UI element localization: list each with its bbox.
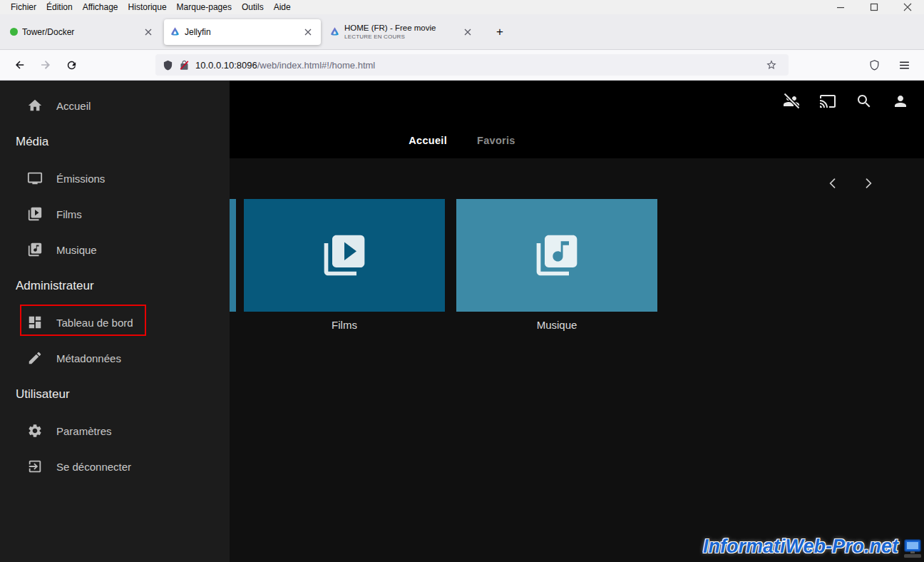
sidebar-item-label: Tableau de bord bbox=[56, 317, 133, 329]
chevron-right-icon bbox=[861, 176, 876, 190]
maximize-icon bbox=[870, 3, 878, 11]
video-library-icon bbox=[27, 206, 43, 222]
protections-shield-button[interactable] bbox=[862, 53, 886, 76]
sidebar-item-label: Musique bbox=[56, 244, 97, 256]
browser-tab-tower-docker[interactable]: Tower/Docker bbox=[4, 19, 161, 45]
back-button[interactable] bbox=[8, 53, 32, 76]
library-card-partial[interactable] bbox=[230, 199, 236, 312]
edit-icon bbox=[27, 350, 43, 366]
user-icon bbox=[892, 93, 909, 110]
informatiweb-logo-icon bbox=[903, 538, 923, 560]
sidebar-item-se-deconnecter[interactable]: Se déconnecter bbox=[0, 449, 230, 484]
menu-item-affichage[interactable]: Affichage bbox=[78, 2, 123, 12]
hamburger-icon bbox=[898, 59, 910, 71]
logout-icon bbox=[27, 459, 43, 474]
dashboard-icon bbox=[27, 315, 43, 330]
cast-icon bbox=[819, 93, 836, 110]
menu-item-historique[interactable]: Historique bbox=[123, 2, 172, 12]
sidebar-item-tableau-de-bord[interactable]: Tableau de bord bbox=[0, 305, 230, 340]
sidebar-item-label: Paramètres bbox=[56, 425, 112, 437]
navbar-right-controls bbox=[861, 53, 917, 76]
minimize-button[interactable] bbox=[823, 0, 857, 14]
search-button[interactable] bbox=[855, 92, 873, 111]
syncplay-off-button[interactable] bbox=[782, 92, 801, 111]
new-tab-button[interactable]: + bbox=[489, 21, 510, 43]
forward-icon bbox=[39, 58, 52, 71]
sidebar-item-emissions[interactable]: Émissions bbox=[0, 160, 230, 196]
menu-item-outils[interactable]: Outils bbox=[237, 2, 269, 12]
back-icon bbox=[14, 58, 26, 71]
reload-icon bbox=[66, 59, 78, 71]
url-host: 10.0.0.10:8096 bbox=[195, 60, 257, 71]
browser-tab-home-fr[interactable]: HOME (FR) - Free movie LECTURE EN COURS bbox=[324, 19, 481, 45]
library-music-icon bbox=[27, 242, 43, 257]
window-controls bbox=[823, 0, 924, 14]
tracking-shield-icon[interactable] bbox=[163, 60, 173, 71]
settings-icon bbox=[27, 423, 43, 439]
insecure-lock-icon[interactable] bbox=[179, 60, 190, 71]
tab-title: Tower/Docker bbox=[22, 27, 137, 37]
sidebar-item-metadonnees[interactable]: Métadonnées bbox=[0, 340, 230, 376]
browser-tabbar: Tower/Docker Jellyfin HOME (FR) - Free m… bbox=[0, 14, 924, 50]
jellyfin-favicon bbox=[170, 26, 180, 37]
browser-tab-jellyfin[interactable]: Jellyfin bbox=[164, 19, 321, 45]
sidebar-item-label: Métadonnées bbox=[56, 352, 121, 364]
menu-item-edition[interactable]: Édition bbox=[41, 2, 78, 12]
sidebar-section-media: Média bbox=[0, 123, 230, 160]
sidebar-section-administrateur: Administrateur bbox=[0, 267, 230, 305]
shield-check-icon bbox=[868, 59, 881, 71]
sidebar-section-utilisateur: Utilisateur bbox=[0, 376, 230, 413]
unraid-favicon bbox=[10, 28, 18, 36]
library-card-films[interactable] bbox=[244, 199, 445, 312]
menu-item-fichier[interactable]: Fichier bbox=[6, 2, 41, 12]
library-card-label-musique[interactable]: Musique bbox=[456, 319, 657, 331]
tab-title-block: HOME (FR) - Free movie LECTURE EN COURS bbox=[344, 24, 456, 39]
reload-button[interactable] bbox=[59, 53, 83, 76]
sidebar-item-label: Films bbox=[56, 208, 82, 220]
jellyfin-sidebar: Accueil Média Émissions Films Musique Ad… bbox=[0, 81, 230, 562]
hamburger-menu-button[interactable] bbox=[892, 53, 916, 76]
tab-close-icon[interactable] bbox=[461, 25, 475, 39]
watermark-text: InformatiWeb-Pro.net bbox=[703, 536, 898, 558]
sidebar-item-label: Se déconnecter bbox=[56, 461, 131, 473]
menu-item-aide[interactable]: Aide bbox=[269, 2, 296, 12]
url-path: /web/index.html#!/home.html bbox=[257, 60, 375, 71]
jellyfin-header-icons bbox=[782, 92, 910, 111]
sidebar-item-films[interactable]: Films bbox=[0, 196, 230, 232]
video-library-icon bbox=[320, 231, 369, 280]
tab-accueil[interactable]: Accueil bbox=[401, 131, 454, 150]
tab-close-icon[interactable] bbox=[301, 25, 315, 39]
forward-button[interactable] bbox=[34, 53, 58, 76]
library-card-musique[interactable] bbox=[456, 199, 657, 312]
user-button[interactable] bbox=[891, 92, 910, 111]
browser-navbar: 10.0.0.10:8096/web/index.html#!/home.htm… bbox=[0, 50, 924, 81]
search-icon bbox=[856, 93, 873, 110]
star-icon bbox=[766, 59, 777, 71]
close-button[interactable] bbox=[890, 0, 924, 14]
close-icon bbox=[903, 3, 912, 11]
syncplay-off-icon bbox=[783, 93, 800, 110]
home-icon bbox=[27, 98, 43, 113]
cast-button[interactable] bbox=[818, 92, 837, 111]
library-card-label-films[interactable]: Films bbox=[244, 319, 445, 331]
scroll-left-button[interactable] bbox=[823, 174, 842, 193]
library-music-icon bbox=[533, 231, 581, 280]
tab-title: HOME (FR) - Free movie bbox=[344, 24, 456, 33]
chevron-left-icon bbox=[826, 176, 840, 190]
jellyfin-favicon bbox=[329, 26, 340, 37]
sidebar-item-label: Accueil bbox=[56, 100, 91, 112]
tv-icon bbox=[27, 170, 43, 186]
sidebar-item-accueil[interactable]: Accueil bbox=[0, 88, 230, 123]
bookmark-star-button[interactable] bbox=[762, 56, 781, 74]
tab-close-icon[interactable] bbox=[141, 25, 155, 39]
tab-favoris[interactable]: Favoris bbox=[470, 131, 523, 150]
sidebar-item-parametres[interactable]: Paramètres bbox=[0, 413, 230, 449]
menu-item-marque-pages[interactable]: Marque-pages bbox=[172, 2, 237, 12]
sidebar-item-musique[interactable]: Musique bbox=[0, 232, 230, 267]
maximize-button[interactable] bbox=[857, 0, 890, 14]
window-menubar: Fichier Édition Affichage Historique Mar… bbox=[0, 0, 924, 14]
tab-title: Jellyfin bbox=[185, 27, 297, 37]
scroll-right-button[interactable] bbox=[859, 174, 878, 193]
sidebar-item-label: Émissions bbox=[56, 173, 105, 185]
url-bar[interactable]: 10.0.0.10:8096/web/index.html#!/home.htm… bbox=[155, 54, 789, 76]
